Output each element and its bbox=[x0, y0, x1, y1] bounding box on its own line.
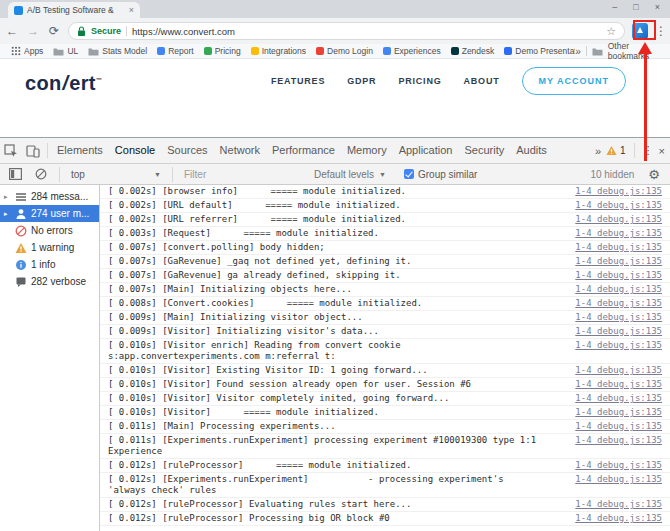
console-sidebar-item[interactable]: ▸274 user m... bbox=[0, 205, 99, 222]
source-link[interactable]: 1-4_debug.js:135 bbox=[575, 270, 662, 281]
address-bar[interactable]: Secure https://www.convert.com ☆ bbox=[68, 22, 625, 40]
context-selector-dropdown[interactable]: top ▼ bbox=[67, 169, 165, 180]
warning-badge[interactable]: 1 bbox=[606, 145, 626, 156]
devtools-tab-audits[interactable]: Audits bbox=[510, 138, 553, 163]
console-sidebar-item[interactable]: 1 info bbox=[0, 256, 99, 273]
lock-icon bbox=[77, 26, 86, 37]
source-link[interactable]: 1-4_debug.js:135 bbox=[575, 513, 662, 524]
source-link[interactable]: 1-4_debug.js:135 bbox=[575, 499, 662, 510]
source-link[interactable]: 1-4_debug.js:135 bbox=[575, 393, 662, 404]
console-message-text: [ 0.010s] [Visitor] Found session alread… bbox=[108, 379, 567, 390]
bookmark-star-icon[interactable]: ☆ bbox=[606, 26, 616, 37]
other-bookmarks-label[interactable]: Other bookmarks bbox=[608, 41, 664, 61]
console-sidebar-item[interactable]: No errors bbox=[0, 222, 99, 239]
source-link[interactable]: 1-4_debug.js:135 bbox=[575, 340, 662, 351]
browser-window: A/B Testing Software & × – □ × ← → ⟳ Sec… bbox=[0, 0, 670, 531]
nav-link-gdpr[interactable]: GDPR bbox=[347, 76, 376, 86]
source-link[interactable]: 1-4_debug.js:135 bbox=[575, 460, 662, 471]
no-errors-icon bbox=[15, 225, 27, 237]
back-icon[interactable]: ← bbox=[5, 25, 19, 37]
clear-console-icon[interactable] bbox=[30, 164, 52, 184]
window-controls: – □ × bbox=[612, 2, 660, 12]
source-link[interactable]: 1-4_debug.js:135 bbox=[575, 379, 662, 390]
source-link[interactable]: 1-4_debug.js:135 bbox=[575, 435, 662, 446]
devtools-tab-performance[interactable]: Performance bbox=[266, 138, 341, 163]
console-message-text: [ 0.007s] [GaRevenue] _gaq not defined y… bbox=[108, 256, 567, 267]
convert-logo[interactable]: con/ert™ bbox=[25, 72, 102, 95]
window-close-button[interactable]: × bbox=[655, 2, 660, 12]
bookmark-favicon bbox=[451, 47, 459, 55]
source-link[interactable]: 1-4_debug.js:135 bbox=[575, 186, 662, 197]
logo-text-post: ert bbox=[69, 72, 95, 94]
source-link[interactable]: 1-4_debug.js:135 bbox=[575, 312, 662, 323]
bookmark-item[interactable]: Experiences bbox=[378, 44, 446, 58]
filter-input[interactable] bbox=[180, 169, 302, 180]
source-link[interactable]: 1-4_debug.js:135 bbox=[575, 298, 662, 309]
maximize-button[interactable]: □ bbox=[633, 2, 638, 12]
devtools-tab-elements[interactable]: Elements bbox=[51, 138, 109, 163]
source-link[interactable]: 1-4_debug.js:135 bbox=[575, 407, 662, 418]
bookmark-item[interactable]: Apps bbox=[6, 44, 48, 58]
nav-link-pricing[interactable]: PRICING bbox=[398, 76, 441, 86]
console-message-text: [ 0.010s] [Visitor enrich] Reading from … bbox=[108, 340, 567, 362]
bookmark-item[interactable]: UL bbox=[48, 44, 83, 58]
console-message-text: [ 0.010s] [Visitor] Visitor completely i… bbox=[108, 393, 567, 404]
info-icon bbox=[15, 259, 27, 271]
nav-link-features[interactable]: FEATURES bbox=[271, 76, 325, 86]
reload-icon[interactable]: ⟳ bbox=[47, 25, 61, 37]
source-link[interactable]: 1-4_debug.js:135 bbox=[575, 284, 662, 295]
console-message-row: [ 0.010s] [Visitor] Existing Visitor ID:… bbox=[100, 364, 670, 378]
browser-tab[interactable]: A/B Testing Software & × bbox=[8, 2, 140, 18]
extension-icon[interactable] bbox=[632, 23, 648, 39]
bookmarks-overflow-icon[interactable]: » bbox=[575, 46, 581, 57]
devtools-tab-console[interactable]: Console bbox=[109, 138, 161, 163]
inspect-element-icon[interactable] bbox=[0, 141, 22, 161]
device-toolbar-icon[interactable] bbox=[22, 141, 44, 161]
bookmark-item[interactable]: Zendesk bbox=[446, 44, 500, 58]
source-link[interactable]: 1-4_debug.js:135 bbox=[575, 474, 662, 485]
devtools-tab-network[interactable]: Network bbox=[214, 138, 266, 163]
source-link[interactable]: 1-4_debug.js:135 bbox=[575, 326, 662, 337]
browser-menu-icon[interactable]: ⋮ bbox=[655, 24, 665, 38]
bookmark-item[interactable]: Pricing bbox=[199, 44, 246, 58]
sidebar-item-label: 274 user m... bbox=[31, 208, 89, 219]
bookmark-item[interactable]: Demo Login bbox=[311, 44, 378, 58]
source-link[interactable]: 1-4_debug.js:135 bbox=[575, 214, 662, 225]
source-link[interactable]: 1-4_debug.js:135 bbox=[575, 228, 662, 239]
my-account-button[interactable]: MY ACCOUNT bbox=[522, 67, 627, 95]
logo-text-pre: con bbox=[25, 72, 61, 94]
devtools-close-icon[interactable]: × bbox=[659, 145, 665, 157]
minimize-button[interactable]: – bbox=[612, 2, 617, 12]
gear-icon[interactable]: ⚙ bbox=[648, 167, 660, 182]
tabs-overflow-icon[interactable]: » bbox=[595, 145, 601, 157]
bookmark-item[interactable]: Stats Model bbox=[83, 44, 152, 58]
source-link[interactable]: 1-4_debug.js:135 bbox=[575, 421, 662, 432]
log-levels-dropdown[interactable]: Default levels ▼ bbox=[314, 169, 386, 180]
source-link[interactable]: 1-4_debug.js:135 bbox=[575, 242, 662, 253]
source-link[interactable]: 1-4_debug.js:135 bbox=[575, 200, 662, 211]
group-similar-checkbox[interactable] bbox=[404, 169, 414, 179]
bookmark-item[interactable]: Report bbox=[152, 44, 199, 58]
bookmark-item[interactable]: Demo Presentation bbox=[499, 44, 575, 58]
console-message-text: [ 0.008s] [Convert.cookies] ===== module… bbox=[108, 298, 567, 309]
devtools-tab-security[interactable]: Security bbox=[458, 138, 510, 163]
url-text[interactable]: https://www.convert.com bbox=[132, 26, 601, 37]
devtools-menu-icon[interactable]: ⋮ bbox=[643, 144, 654, 157]
console-sidebar-item[interactable]: ▸284 messa... bbox=[0, 188, 99, 205]
source-link[interactable]: 1-4_debug.js:135 bbox=[575, 256, 662, 267]
warning-icon bbox=[15, 242, 27, 254]
console-sidebar-toggle-icon[interactable] bbox=[4, 164, 26, 184]
folder-icon bbox=[592, 47, 603, 56]
bookmark-item[interactable]: Integrations bbox=[246, 44, 311, 58]
forward-icon[interactable]: → bbox=[26, 25, 40, 37]
console-sidebar-item[interactable]: 282 verbose bbox=[0, 273, 99, 290]
devtools-tab-sources[interactable]: Sources bbox=[161, 138, 213, 163]
console-main: ▸284 messa...▸274 user m...No errors1 wa… bbox=[0, 185, 670, 531]
source-link[interactable]: 1-4_debug.js:135 bbox=[575, 365, 662, 376]
bookmarks-right: » Other bookmarks bbox=[575, 41, 664, 61]
console-sidebar-item[interactable]: 1 warning bbox=[0, 239, 99, 256]
devtools-tab-application[interactable]: Application bbox=[393, 138, 459, 163]
nav-link-about[interactable]: ABOUT bbox=[464, 76, 500, 86]
devtools-tab-memory[interactable]: Memory bbox=[341, 138, 393, 163]
tab-close-icon[interactable]: × bbox=[129, 5, 134, 15]
